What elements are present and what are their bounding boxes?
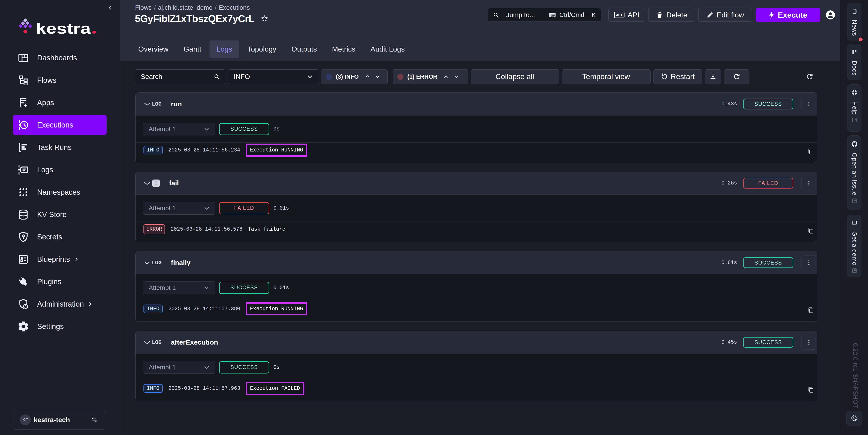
svg-text:API: API bbox=[616, 13, 622, 18]
